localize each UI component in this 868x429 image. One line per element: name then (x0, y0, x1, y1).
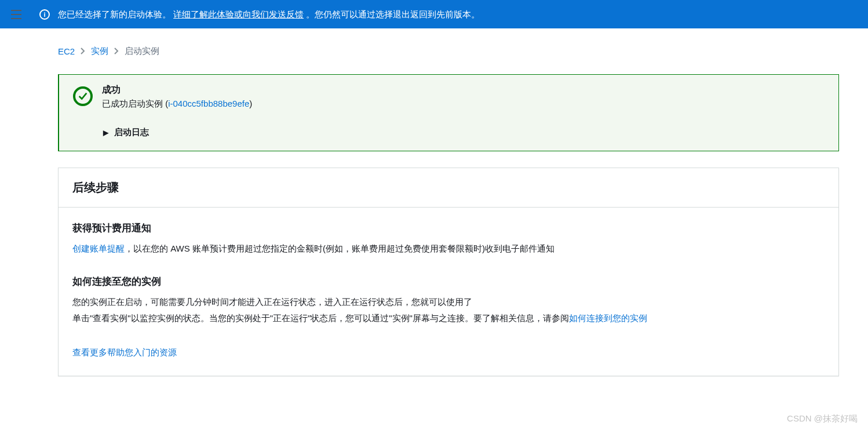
success-title: 成功 (102, 84, 252, 96)
info-icon: i (39, 9, 50, 20)
caret-right-icon: ▶ (103, 129, 108, 137)
chevron-right-icon (81, 46, 85, 56)
create-billing-alert-link[interactable]: 创建账单提醒 (72, 243, 125, 253)
menu-button[interactable] (5, 10, 28, 19)
how-to-connect-link[interactable]: 如何连接到您的实例 (569, 313, 647, 323)
more-resources-link[interactable]: 查看更多帮助您入门的资源 (72, 347, 177, 357)
success-description: 已成功启动实例 (i-040cc5fbb88be9efe) (102, 99, 252, 110)
chevron-right-icon (114, 46, 119, 56)
breadcrumb: EC2 实例 启动实例 (58, 46, 839, 57)
success-alert: 成功 已成功启动实例 (i-040cc5fbb88be9efe) ▶ 启动日志 (58, 74, 839, 151)
billing-title: 获得预计费用通知 (72, 221, 825, 235)
launch-log-label: 启动日志 (114, 127, 149, 138)
banner-feedback-link[interactable]: 详细了解此体验或向我们发送反馈 (173, 9, 304, 19)
next-steps-panel: 后续步骤 获得预计费用通知 创建账单提醒，以在您的 AWS 账单预计费用超过您指… (58, 168, 839, 376)
notification-banner: i 您已经选择了新的启动体验。 详细了解此体验或向我们发送反馈 。您仍然可以通过… (28, 0, 868, 28)
banner-text-2: 。您仍然可以通过选择退出返回到先前版本。 (306, 9, 480, 19)
connect-p2: 单击"查看实例"以监控实例的状态。当您的实例处于"正在运行"状态后，您可以通过"… (72, 313, 569, 323)
connect-p1: 您的实例正在启动，可能需要几分钟时间才能进入正在运行状态，进入正在运行状态后，您… (72, 294, 825, 311)
billing-text: ，以在您的 AWS 账单预计费用超过您指定的金额时(例如，账单费用超过免费使用套… (125, 243, 555, 253)
breadcrumb-ec2[interactable]: EC2 (58, 46, 75, 56)
breadcrumb-current: 启动实例 (125, 46, 159, 57)
breadcrumb-instances[interactable]: 实例 (91, 46, 108, 57)
next-steps-heading: 后续步骤 (72, 180, 825, 195)
launch-log-toggle[interactable]: ▶ 启动日志 (103, 127, 825, 138)
connect-title: 如何连接至您的实例 (72, 275, 825, 288)
instance-id-link[interactable]: i-040cc5fbb88be9efe (168, 99, 249, 108)
banner-text-1: 您已经选择了新的启动体验。 (58, 9, 171, 19)
success-check-icon (73, 86, 93, 106)
